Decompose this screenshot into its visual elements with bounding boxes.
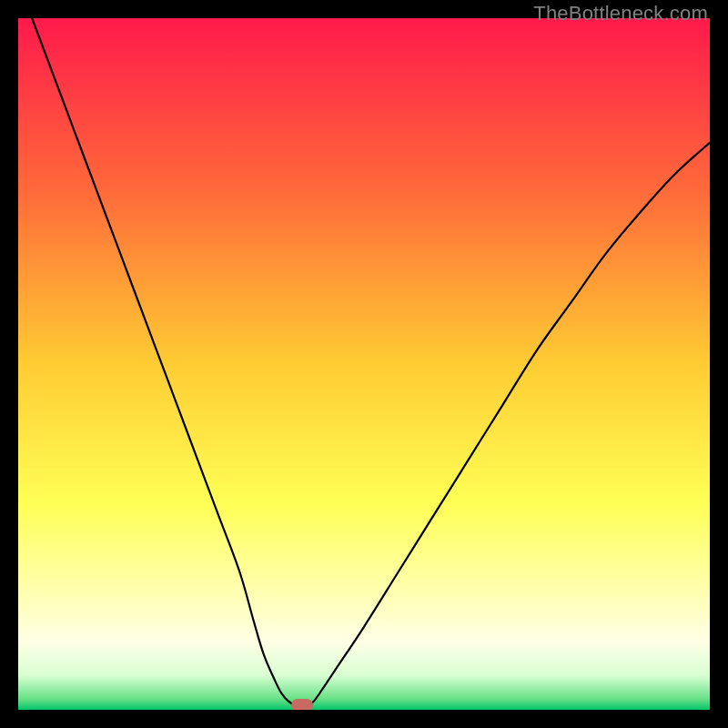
plot-area: [18, 18, 710, 710]
optimal-marker: [291, 699, 313, 710]
watermark-text: TheBottleneck.com: [533, 2, 708, 25]
bottleneck-curve: [18, 18, 710, 710]
chart-frame: TheBottleneck.com: [0, 0, 728, 728]
